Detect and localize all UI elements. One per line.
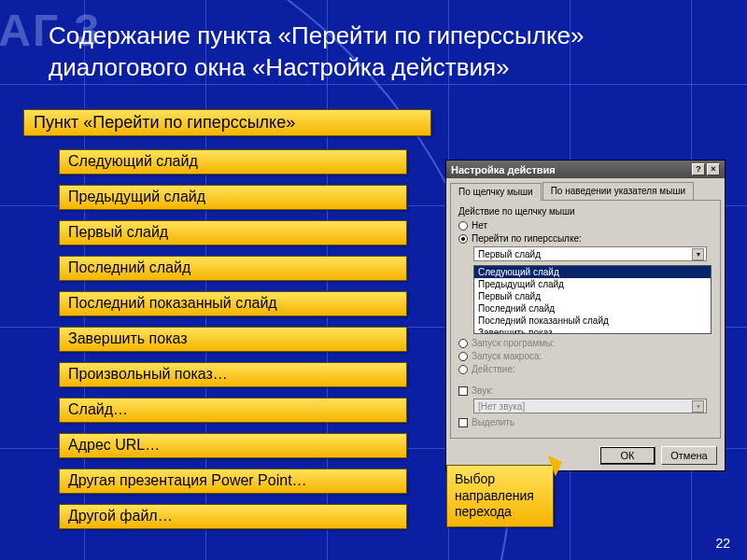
list-item: Завершить показ [59,327,407,352]
callout-note: Выбор направления перехода [446,465,554,527]
radio-label: Запуск макроса: [472,351,542,361]
checkbox-icon [458,386,468,396]
radio-label: Запуск программы: [472,338,555,348]
ok-button[interactable]: ОК [599,446,655,465]
radio-icon [458,365,468,374]
radio-icon [458,352,468,361]
checkbox-label: Звук: [472,385,493,396]
checkbox-sound[interactable]: Звук: [458,385,712,396]
list-item: Другой файл… [59,504,407,529]
list-item: Предыдущий слайд [59,185,407,210]
page-number: 22 [715,536,730,551]
dropdown-value: [Нет звука] [478,401,525,412]
group-label: Действие по щелчку мыши [458,206,712,217]
listbox-option[interactable]: Первый слайд [474,290,711,302]
listbox-option[interactable]: Завершить показ [474,327,711,334]
listbox-option[interactable]: Предыдущий слайд [474,278,711,290]
title-line-1: Содержание пункта «Перейти по гиперссылк… [49,21,585,49]
chevron-down-icon: ▾ [692,248,704,260]
main-item: Пункт «Перейти по гиперссылке» [23,109,431,136]
radio-none[interactable]: Нет [458,220,712,231]
listbox-option[interactable]: Следующий слайд [474,266,711,278]
list-item: Следующий слайд [59,149,407,175]
radio-program[interactable]: Запуск программы: [458,338,712,348]
radio-label: Перейти по гиперссылке: [472,233,582,244]
radio-hyperlink[interactable]: Перейти по гиперссылке: [458,233,712,244]
dropdown-value: Первый слайд [478,249,541,259]
sound-dropdown: [Нет звука] ▾ [473,399,707,413]
close-button[interactable]: × [707,163,720,175]
radio-action: Действие: [458,364,712,374]
chevron-down-icon: ▾ [692,400,704,413]
radio-macro: Запуск макроса: [458,351,712,361]
tab-click[interactable]: По щелчку мыши [450,183,542,201]
hyperlink-dropdown[interactable]: Первый слайд ▾ [473,246,707,261]
list-item: Первый слайд [59,220,407,245]
list-item: Другая презентация Power Point… [59,469,407,494]
dialog-titlebar: Настройка действия ? × [446,161,725,178]
action-settings-dialog: Настройка действия ? × По щелчку мыши По… [445,160,726,471]
slide-title: Содержание пункта «Перейти по гиперссылк… [49,21,702,84]
listbox-option[interactable]: Последний слайд [474,302,711,315]
cancel-button[interactable]: Отмена [661,446,717,465]
listbox-option[interactable]: Последний показанный слайд [474,315,711,327]
checkbox-icon [458,418,468,427]
checkbox-label: Выделить [472,417,514,427]
tab-hover[interactable]: По наведении указателя мыши [543,182,694,200]
list-item: Произвольный показ… [59,362,407,387]
list-item: Слайд… [59,398,407,423]
hyperlink-options-list: Следующий слайд Предыдущий слайд Первый … [59,149,407,539]
hyperlink-listbox[interactable]: Следующий слайд Предыдущий слайд Первый … [473,265,712,334]
radio-label: Нет [472,220,487,231]
help-button[interactable]: ? [692,163,705,175]
list-item: Адрес URL… [59,433,407,458]
radio-icon [458,221,468,231]
list-item: Последний слайд [59,256,407,281]
radio-icon [458,234,468,244]
list-item: Последний показанный слайд [59,291,407,316]
dialog-title: Настройка действия [451,164,556,175]
checkbox-highlight[interactable]: Выделить [458,417,712,427]
dialog-pane: Действие по щелчку мыши Нет Перейти по г… [450,200,721,439]
title-line-2: диалогового окна «Настройка действия» [49,53,510,81]
dialog-tabs: По щелчку мыши По наведении указателя мы… [446,178,725,200]
radio-icon [458,339,468,348]
radio-label: Действие: [472,364,515,374]
